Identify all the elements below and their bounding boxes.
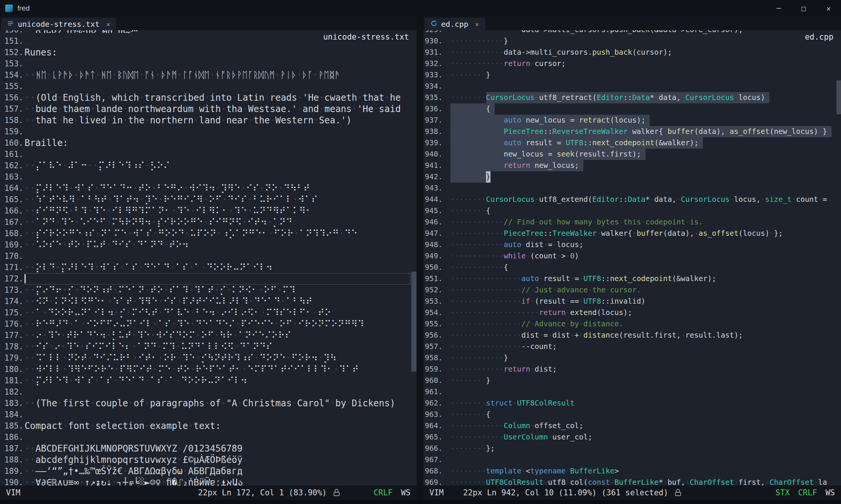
editor-line[interactable]: 961. bbox=[423, 386, 841, 398]
window-title: fred bbox=[17, 4, 30, 12]
editor-line[interactable]: 168.··⡎⠊⠗⠕⠕⠛⠑⠰⠎·⠝⠁⠍⠑·⠺⠁⠎·⠛⠕⠕⠙·⠥⠏⠕⠝·⠰⡡⠁⠝⠛… bbox=[0, 228, 417, 239]
editor-line[interactable]: 165.··⠱⠁⠞⠑⠧⠻·⠁⠃⠳⠞·⠹⠁⠞⠲·⡹⠑·⠗⠑⠛⠊⠌⠻·⠕⠋·⠙⠊⠎·… bbox=[0, 194, 417, 205]
editor-line[interactable]: 163. bbox=[0, 171, 417, 183]
editor-line[interactable]: 171.··⡕⠇⠙·⡍⠜⠇⠑⠹·⠺⠁⠎·⠁⠎·⠙⠑⠁⠙·⠁⠎·⠁·⠙⠕⠕⠗⠤⠝⠁… bbox=[0, 262, 417, 273]
editor-line[interactable]: 174.··⠪⠝·⠅⠝⠪⠇⠫⠛⠑⠂·⠱⠁⠞·⠹⠻⠑·⠊⠎·⠏⠜⠞⠊⠊⠥⠇⠜⠇⠹·… bbox=[0, 296, 417, 307]
editor-line[interactable]: 958.············} bbox=[423, 352, 841, 364]
editor-line[interactable]: 190.··∀∂∈ℝ∧∪≡∞·↑↗↨↻⇣·┐┼╔╘░►☺♀·ﬁ�⑀₂ἠḂӥẄɐː… bbox=[0, 477, 417, 486]
editor-line[interactable]: 186. bbox=[0, 432, 417, 443]
editor-line[interactable]: 173.··⡍⠔⠙⠖·⡊·⠙⠕⠝⠰⠞·⠍⠑⠁⠝·⠞⠕·⠎⠁⠹·⠹⠁⠞·⡊·⠅⠝⠪… bbox=[0, 284, 417, 296]
line-number: 151. bbox=[0, 35, 23, 47]
editor-line[interactable]: 156.··(Old·English,·which·transcribed·in… bbox=[0, 92, 417, 103]
editor-line[interactable]: 962.········struct·UTF8ColResult bbox=[423, 398, 841, 409]
editor-line[interactable]: 152.Runes: bbox=[0, 47, 417, 58]
editor-line[interactable]: 162.··⡌⠁⠧⠑·⠼⠁⠒··⡍⠜⠇⠑⠹⠰⠎·⡣⠕⠌ bbox=[0, 160, 417, 171]
editor-line[interactable]: 184. bbox=[0, 409, 417, 420]
lock-icon[interactable] bbox=[333, 489, 340, 497]
editor-line[interactable]: 155. bbox=[0, 81, 417, 92]
editor-line[interactable]: 954.····················return·extend(lo… bbox=[423, 307, 841, 318]
editor-line[interactable]: 946.············//·Find·out·how·many·byt… bbox=[423, 217, 841, 228]
editor-line[interactable]: 172. bbox=[0, 273, 417, 284]
editor-line[interactable]: 967. bbox=[423, 454, 841, 466]
editor-line[interactable]: 182. bbox=[0, 386, 417, 398]
editor-line[interactable]: 159. bbox=[0, 126, 417, 137]
editor-line[interactable]: 176.··⠗⠑⠛⠜⠙·⠁·⠊⠕⠋⠋⠔⠤⠝⠁⠊⠇·⠁⠎·⠹⠑·⠙⠑⠁⠙⠑⠌·⠏⠊… bbox=[0, 318, 417, 330]
editor-line[interactable]: 964.············Column·offset_col; bbox=[423, 420, 841, 432]
scrollbar-thumb[interactable] bbox=[411, 272, 417, 372]
editor-line[interactable]: 933.········} bbox=[423, 69, 841, 81]
editor-line[interactable]: 939.············auto·result·=·UTF8::next… bbox=[423, 137, 841, 149]
editor-line[interactable]: 187.··ABCDEFGHIJKLMNOPQRSTUVWXYZ·/012345… bbox=[0, 443, 417, 454]
minimize-button[interactable]: ─ bbox=[766, 0, 791, 17]
lock-icon[interactable] bbox=[674, 489, 682, 497]
editor-line[interactable]: 947.············PieceTree::TreeWalker·wa… bbox=[423, 228, 841, 239]
editor-line[interactable]: 955.················//·Advance·by·distan… bbox=[423, 318, 841, 330]
editor-line[interactable]: 189.··–—‘“”„†•…‰™œŠŸž€·ΑΒΓΔΩαβγδω·АБВГДа… bbox=[0, 466, 417, 477]
editor-line[interactable]: 937.············auto·new_locus·=·retract… bbox=[423, 115, 841, 126]
editor-line[interactable]: 953.················if·(result·==·UTF8::… bbox=[423, 296, 841, 307]
tab-close-icon[interactable]: ✕ bbox=[106, 20, 110, 28]
close-button[interactable]: ✕ bbox=[816, 0, 841, 17]
editor-line[interactable]: 936.········{ bbox=[423, 103, 841, 115]
line-number: 966. bbox=[423, 443, 443, 454]
editor-line[interactable]: 940.············new_locus·=·seek(result.… bbox=[423, 149, 841, 160]
tab-close-icon[interactable]: ✕ bbox=[475, 20, 479, 28]
editor-line[interactable]: 952.················//·Just·advance·the·… bbox=[423, 284, 841, 296]
editor-line[interactable]: 950.············{ bbox=[423, 262, 841, 273]
editor-line[interactable]: 934. bbox=[423, 81, 841, 92]
editor-line[interactable]: 179.··⠩⠁⠇⠇·⠝⠕⠞·⠙⠊⠌⠥⠗⠃·⠊⠞⠂·⠕⠗·⠹⠑·⡊⠳⠝⠞⠗⠹⠰⠎… bbox=[0, 352, 417, 364]
line-number: 940. bbox=[423, 149, 443, 160]
editor-line[interactable]: 929.················data->multi_cursors.… bbox=[423, 30, 841, 35]
editor-line[interactable]: 945.········{ bbox=[423, 205, 841, 217]
tab-ed-cpp[interactable]: ed.cpp ✕ bbox=[424, 18, 485, 30]
editor-line[interactable]: 166.··⠎⠊⠛⠝⠫·⠃⠹·⠹⠑·⠊⠇⠻⠛⠹⠍⠁⠝⠂·⠹⠑·⠊⠇⠻⠅⠂·⠹⠑·… bbox=[0, 205, 417, 217]
editor-line[interactable]: 938.············PieceTree::ReverseTreeWa… bbox=[423, 126, 841, 137]
scrollbar-thumb[interactable] bbox=[836, 80, 841, 115]
editor-line[interactable]: 960.········} bbox=[423, 375, 841, 386]
editor-line[interactable]: 167.··⠁⠝⠙·⠹⠑·⠡⠊⠑⠋·⠍⠳⠗⠝⠻⠲·⡎⠊⠗⠕⠕⠛⠑·⠎⠊⠛⠝⠫·⠊… bbox=[0, 217, 417, 228]
editor-line[interactable]: 957.················--count; bbox=[423, 341, 841, 352]
editor-line[interactable]: 157.··bude·thaem·lande·northweardum·with… bbox=[0, 103, 417, 115]
editor-line[interactable]: 948.············auto·dist·=·locus; bbox=[423, 239, 841, 250]
editor-line[interactable]: 963.········{ bbox=[423, 409, 841, 420]
maximize-button[interactable]: □ bbox=[791, 0, 816, 17]
editor-line[interactable]: 969.········UTF8ColResult·utf8_col(const… bbox=[423, 477, 841, 486]
editor-line[interactable]: 160.Braille: bbox=[0, 137, 417, 149]
editor-line[interactable]: 968.········template·<typename·BufferLik… bbox=[423, 466, 841, 477]
editor-line[interactable]: 943. bbox=[423, 183, 841, 194]
editor-line[interactable]: 944.········CursorLocus·utf8_extend(Edit… bbox=[423, 194, 841, 205]
editor-line[interactable]: 949.············while·(count·>·0) bbox=[423, 250, 841, 262]
editor-line[interactable]: 164.··⡍⠜⠇⠑⠹·⠺⠁⠎·⠙⠑⠁⠙⠒·⠞⠕·⠃⠑⠛⠔·⠺⠊⠹⠲·⡹⠻⠑·⠊… bbox=[0, 183, 417, 194]
editor-line[interactable]: 158.··that·he·lived·in·the·northern·land… bbox=[0, 115, 417, 126]
editor-line[interactable]: 959.············return·dist; bbox=[423, 364, 841, 375]
line-content: ············return·cursor; bbox=[450, 58, 841, 69]
editor-line[interactable]: 169.··⠡⠕⠎⠑·⠞⠕·⠏⠥⠞·⠙⠊⠎·⠙⠁⠝⠙·⠞⠕⠲ bbox=[0, 239, 417, 250]
editor-line[interactable]: 930.············} bbox=[423, 35, 841, 47]
editor-line[interactable]: 942.········}} bbox=[423, 171, 841, 183]
line-content: ··that·he·lived·in·the·northern·land·nea… bbox=[25, 115, 417, 126]
tab-unicode-stress[interactable]: unicode-stress.txt ✕ bbox=[1, 18, 116, 30]
editor-left[interactable]: 150.··እግርህን·በፍራሽህ·ልክ·ዘርጋ።151.152.Runes:1… bbox=[0, 30, 417, 486]
editor-line[interactable]: 175.··⠁·⠙⠕⠕⠗⠤⠝⠁⠊⠇⠲·⡊·⠍⠊⠣⠞·⠙⠁⠧⠑·⠃⠑⠲·⠔⠊⠇⠔⠫… bbox=[0, 307, 417, 318]
editor-line[interactable]: 153. bbox=[0, 58, 417, 69]
editor-line[interactable]: 178.··⠊⠎·⠔·⠹⠑·⠎⠊⠍⠊⠇⠑⠆·⠁⠝⠙·⠍⠹·⠥⠝⠙⠁⠇⠇⠪⠫·⠙⠁… bbox=[0, 341, 417, 352]
editor-right[interactable]: 929.················data->multi_cursors.… bbox=[423, 30, 841, 486]
editor-line[interactable]: 185.Compact·font·selection·example·text: bbox=[0, 420, 417, 432]
editor-line[interactable]: 965.············UserColumn·user_col; bbox=[423, 432, 841, 443]
editor-line[interactable]: 931.············data->multi_cursors.push… bbox=[423, 47, 841, 58]
editor-line[interactable]: 183.··(The·first·couple·of·paragraphs·of… bbox=[0, 398, 417, 409]
editor-line[interactable]: 177.··⠔·⠹⠑·⠞⠗⠁⠙⠑⠲·⡃⠥⠞·⠹⠑·⠺⠊⠎⠙⠕⠍·⠕⠋·⠳⠗·⠁⠝… bbox=[0, 330, 417, 341]
editor-line[interactable]: 966.········}; bbox=[423, 443, 841, 454]
editor-line[interactable]: 932.············return·cursor; bbox=[423, 58, 841, 69]
editor-line[interactable]: 161. bbox=[0, 149, 417, 160]
editor-line[interactable]: 941.············return·new_locus; bbox=[423, 160, 841, 171]
editor-line[interactable]: 956.················dist·=·dist·+·distan… bbox=[423, 330, 841, 341]
editor-line[interactable]: 170. bbox=[0, 250, 417, 262]
editor-line[interactable]: 951.················auto·result·=·UTF8::… bbox=[423, 273, 841, 284]
editor-line[interactable]: 154.··ᚻᛖ·ᚳᚹᚫᚦ·ᚦᚫᛏ·ᚻᛖ·ᛒᚢᛞᛖ·ᚩᚾ·ᚦᚫᛗ·ᛚᚪᚾᛞᛖ·ᚾ… bbox=[0, 69, 417, 81]
editor-line[interactable]: 181.··⡍⠜⠇⠑⠹·⠺⠁⠎·⠁⠎·⠙⠑⠁⠙·⠁⠎·⠁·⠙⠕⠕⠗⠤⠝⠁⠊⠇⠲ bbox=[0, 375, 417, 386]
editor-line[interactable]: 180.··⠺⠊⠇⠇·⠹⠻⠑⠋⠕⠗⠑·⠏⠻⠍⠊⠞·⠍⠑·⠞⠕·⠗⠑⠏⠑⠁⠞⠂·⠑… bbox=[0, 364, 417, 375]
editor-line[interactable]: 935.········CursorLocus·utf8_retract(Edi… bbox=[423, 92, 841, 103]
pane-divider[interactable] bbox=[417, 17, 423, 500]
editor-line[interactable]: 188.··abcdefghijklmnopqrstuvwxyz·£©µÀÆÖÞ… bbox=[0, 454, 417, 466]
